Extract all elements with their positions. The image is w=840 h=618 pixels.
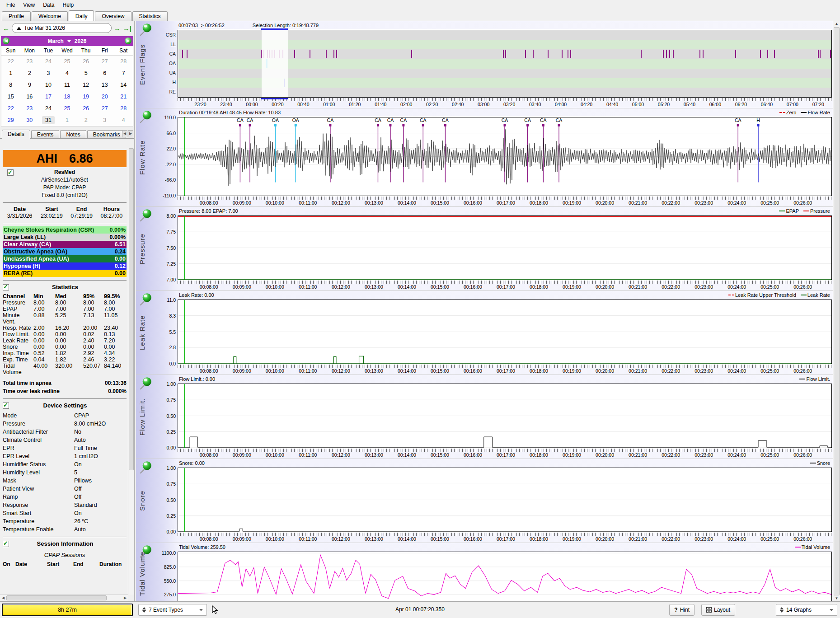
selection-highlight[interactable]	[262, 30, 288, 97]
calendar-day-26[interactable]: 26	[76, 105, 95, 112]
scroll-down-icon[interactable]: ▼	[833, 595, 840, 602]
calendar-day-8[interactable]: 8	[1, 82, 20, 88]
calendar-day-1[interactable]: 1	[58, 117, 77, 123]
detail-tabs-scroll-right-icon[interactable]: ▶	[128, 130, 133, 137]
calendar-day-2[interactable]: 2	[20, 70, 39, 76]
calendar-day-21[interactable]: 21	[114, 94, 133, 100]
calendar-day-24[interactable]: 24	[39, 58, 58, 65]
last-day-arrow-icon[interactable]: →|	[123, 25, 131, 32]
hint-button[interactable]: ? Hint	[669, 604, 695, 616]
device-settings-header: Device Settings	[3, 402, 127, 409]
calendar-day-14[interactable]: 14	[114, 82, 133, 88]
weekday-fri: Fri	[95, 47, 114, 54]
x-axis-tick-label: 00:08:00	[194, 368, 223, 374]
menu-data[interactable]: Data	[39, 1, 58, 9]
x-axis-tick-label: 00:20	[263, 102, 292, 107]
calendar-day-23[interactable]: 23	[20, 58, 39, 65]
event-row-label: Large Leak (LL)	[4, 234, 110, 241]
calendar-day-4[interactable]: 4	[114, 117, 133, 123]
calendar-year[interactable]: 2026	[75, 38, 87, 44]
legend-label: Snore	[817, 459, 830, 467]
calendar-day-20[interactable]: 20	[95, 94, 114, 100]
detail-tab-bookmarks[interactable]: Bookmarks	[87, 130, 126, 138]
calendar-day-2[interactable]: 2	[76, 117, 95, 123]
session-info-checkbox[interactable]	[3, 541, 9, 547]
graphs-vertical-scrollbar[interactable]: ▲ ▼	[833, 21, 840, 602]
calendar-day-1[interactable]: 1	[1, 70, 20, 76]
calendar-day-28[interactable]: 28	[114, 105, 133, 112]
sidebar: ← Tue Mar 31 2026 → →| ◀ March 2026 ▶ Su…	[0, 21, 135, 602]
details-horizontal-scrollbar[interactable]: ◀ ▶	[0, 595, 128, 601]
device-settings-checkbox[interactable]	[3, 403, 9, 409]
calendar-day-17[interactable]: 17	[39, 94, 58, 100]
svg-text:CA: CA	[735, 117, 741, 123]
stat-cell: 2.00	[33, 325, 55, 331]
chart-plot-area[interactable]: CACAOAOACACACACACACACACACACACAH110.066.0…	[178, 117, 832, 196]
calendar-month[interactable]: March	[47, 38, 63, 44]
calendar-day-10[interactable]: 10	[39, 82, 58, 88]
chart-plot-area[interactable]: 1.000.750.500.250.00	[178, 468, 832, 532]
calendar-day-27[interactable]: 27	[95, 58, 114, 65]
scroll-left-icon[interactable]: ◀	[0, 596, 6, 600]
detail-tab-details[interactable]: Details	[2, 130, 30, 139]
month-dropdown-icon[interactable]	[67, 40, 71, 42]
layout-button[interactable]: Layout	[701, 604, 735, 616]
graphs-dropdown[interactable]: 14 Graphs	[776, 604, 837, 616]
calendar-day-28[interactable]: 28	[114, 58, 133, 65]
scroll-right-icon[interactable]: ▶	[122, 596, 128, 600]
calendar-day-18[interactable]: 18	[58, 94, 77, 100]
calendar-day-31[interactable]: 31	[39, 117, 58, 123]
menu-file[interactable]: File	[3, 1, 19, 9]
calendar-day-6[interactable]: 6	[95, 70, 114, 76]
calendar-day-27[interactable]: 27	[95, 105, 114, 112]
chart-plot-area[interactable]: 11.08.35.52.80.0	[178, 300, 832, 364]
calendar-next-month-icon[interactable]: ▶	[125, 37, 131, 44]
tab-statistics[interactable]: Statistics	[132, 11, 168, 21]
calendar-day-4[interactable]: 4	[58, 70, 77, 76]
menu-help[interactable]: Help	[59, 1, 78, 9]
calendar-day-11[interactable]: 11	[58, 82, 77, 88]
next-day-arrow-icon[interactable]: →	[114, 25, 121, 32]
calendar-day-12[interactable]: 12	[76, 82, 95, 88]
calendar-day-25[interactable]: 25	[58, 105, 77, 112]
chart-plot-area[interactable]: 1100.0825.0550.0275.0	[178, 552, 832, 604]
tab-daily[interactable]: Daily	[69, 10, 94, 21]
statistics-checkbox[interactable]	[3, 284, 9, 290]
calendar-day-7[interactable]: 7	[114, 70, 133, 76]
chart-plot-area[interactable]: 1.000.750.500.250.00	[178, 384, 832, 448]
calendar-day-29[interactable]: 29	[1, 117, 20, 123]
calendar-day-26[interactable]: 26	[76, 58, 95, 65]
x-axis-labels: 00:08:0000:09:0000:10:0000:11:0000:12:00…	[178, 284, 832, 290]
detail-tab-notes[interactable]: Notes	[60, 130, 86, 138]
calendar-prev-month-icon[interactable]: ◀	[3, 37, 9, 44]
calendar-day-30[interactable]: 30	[20, 117, 39, 123]
menu-view[interactable]: View	[19, 1, 38, 9]
calendar-day-22[interactable]: 22	[1, 105, 20, 112]
chart-plot-area[interactable]: 8.007.757.507.257.00	[178, 215, 832, 280]
calendar-day-23[interactable]: 23	[20, 105, 39, 112]
calendar-day-25[interactable]: 25	[58, 58, 77, 65]
scroll-up-icon[interactable]: ▲	[833, 21, 840, 27]
legend-line-icon	[801, 112, 807, 113]
date-selector[interactable]: Tue Mar 31 2026	[12, 23, 112, 33]
calendar-day-5[interactable]: 5	[76, 70, 95, 76]
prev-day-arrow-icon[interactable]: ←	[3, 25, 9, 32]
calendar-day-22[interactable]: 22	[1, 58, 20, 65]
legend-line-icon	[801, 295, 807, 295]
calendar-day-9[interactable]: 9	[20, 82, 39, 88]
calendar-day-13[interactable]: 13	[95, 82, 114, 88]
calendar-day-3[interactable]: 3	[39, 70, 58, 76]
details-vertical-scrollbar[interactable]	[128, 148, 134, 595]
chart-plot-area[interactable]: CSRLLCAOAUAHRE	[178, 30, 832, 98]
detail-tabs-scroll-left-icon[interactable]: ◀	[122, 130, 127, 137]
calendar-day-3[interactable]: 3	[95, 117, 114, 123]
calendar-day-15[interactable]: 15	[1, 94, 20, 100]
calendar-day-19[interactable]: 19	[76, 94, 95, 100]
tab-profile[interactable]: Profile	[2, 11, 31, 21]
machine-info-checkbox[interactable]	[7, 169, 14, 176]
calendar-day-24[interactable]: 24	[39, 105, 58, 112]
tab-overview[interactable]: Overview	[95, 11, 131, 21]
calendar-day-16[interactable]: 16	[20, 94, 39, 100]
tab-welcome[interactable]: Welcome	[32, 11, 68, 21]
detail-tab-events[interactable]: Events	[31, 130, 60, 138]
